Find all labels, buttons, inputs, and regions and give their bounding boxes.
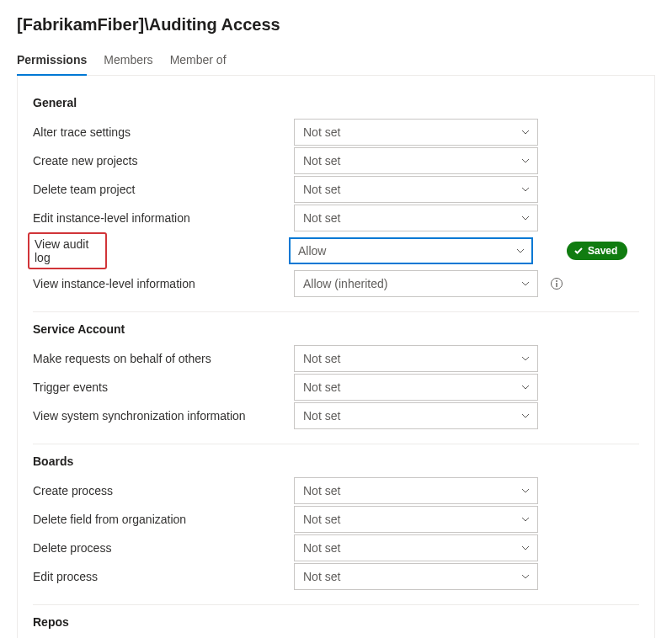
perm-dropdown-create-projects[interactable]: Not set [294, 147, 538, 174]
dropdown-value: Not set [303, 409, 340, 423]
section-divider [33, 604, 639, 605]
chevron-down-icon [520, 127, 531, 137]
perm-dropdown-create-process[interactable]: Not set [294, 477, 538, 504]
dropdown-value: Allow (inherited) [303, 277, 387, 290]
perm-row-delete-project: Delete team project Not set [33, 175, 639, 204]
dropdown-value: Not set [303, 380, 340, 394]
section-divider [33, 311, 639, 312]
perm-row-view-audit: View audit log Allow Saved [33, 232, 639, 269]
perm-row-delete-process: Delete process Not set [33, 534, 639, 562]
perm-dropdown-make-requests[interactable]: Not set [294, 345, 538, 372]
section-boards: Boards Create process Not set Delete fie… [33, 455, 639, 594]
dropdown-value: Not set [303, 211, 340, 225]
perm-label: Delete field from organization [33, 513, 285, 526]
perm-label: Delete team project [33, 183, 285, 196]
perm-dropdown-view-sync[interactable]: Not set [294, 402, 538, 429]
perm-label: Create new projects [33, 154, 285, 167]
perm-row-view-sync: View system synchronization information … [33, 401, 639, 430]
chevron-down-icon [520, 411, 531, 421]
tabs-bar: Permissions Members Member of [17, 46, 655, 76]
dropdown-value: Not set [303, 125, 340, 139]
perm-row-make-requests: Make requests on behalf of others Not se… [33, 344, 639, 373]
info-icon[interactable] [550, 277, 563, 290]
check-icon [573, 246, 584, 256]
dropdown-value: Not set [303, 183, 340, 196]
perm-dropdown-trigger-events[interactable]: Not set [294, 374, 538, 401]
perm-row-trigger-events: Trigger events Not set [33, 373, 639, 401]
chevron-down-icon [520, 572, 531, 582]
tab-permissions[interactable]: Permissions [17, 46, 87, 75]
perm-row-view-instance: View instance-level information Allow (i… [33, 269, 639, 298]
permissions-panel: General Alter trace settings Not set Cre… [17, 76, 655, 638]
section-title-repos: Repos [33, 615, 639, 629]
tab-members[interactable]: Members [104, 46, 152, 75]
perm-label: Make requests on behalf of others [33, 352, 285, 365]
section-repos: Repos Administer workspaces Not set [33, 615, 639, 638]
dropdown-value: Not set [303, 541, 340, 555]
section-title-service: Service Account [33, 322, 639, 336]
chevron-down-icon [520, 354, 531, 364]
status-badge-saved: Saved [567, 242, 627, 260]
chevron-down-icon [520, 486, 531, 496]
chevron-down-icon [520, 543, 531, 553]
perm-label: View system synchronization information [33, 409, 285, 423]
perm-dropdown-edit-instance[interactable]: Not set [294, 205, 538, 231]
perm-label: Alter trace settings [33, 125, 285, 139]
section-divider [33, 444, 639, 444]
perm-label-highlighted: View audit log [28, 232, 107, 269]
chevron-down-icon [520, 184, 531, 194]
perm-dropdown-edit-process[interactable]: Not set [294, 563, 538, 590]
section-general: General Alter trace settings Not set Cre… [33, 96, 639, 301]
perm-dropdown-delete-project[interactable]: Not set [294, 176, 538, 203]
perm-label: Delete process [33, 541, 285, 555]
dropdown-value: Allow [298, 244, 326, 258]
perm-dropdown-alter-trace[interactable]: Not set [294, 119, 538, 146]
perm-row-alter-trace: Alter trace settings Not set [33, 118, 639, 146]
perm-row-create-process: Create process Not set [33, 476, 639, 505]
section-title-boards: Boards [33, 455, 639, 468]
dropdown-value: Not set [303, 513, 340, 526]
perm-dropdown-view-audit[interactable]: Allow [289, 237, 533, 264]
perm-row-edit-instance: Edit instance-level information Not set [33, 204, 639, 232]
status-badge-label: Saved [588, 245, 617, 257]
dropdown-value: Not set [303, 570, 340, 583]
perm-row-delete-field: Delete field from organization Not set [33, 505, 639, 534]
chevron-down-icon [520, 382, 531, 392]
perm-dropdown-delete-process[interactable]: Not set [294, 534, 538, 561]
svg-point-1 [556, 280, 557, 282]
chevron-down-icon [520, 213, 531, 223]
chevron-down-icon [520, 514, 531, 524]
perm-label: Edit instance-level information [33, 211, 285, 225]
dropdown-value: Not set [303, 484, 340, 497]
perm-row-create-projects: Create new projects Not set [33, 146, 639, 175]
perm-label: View instance-level information [33, 277, 285, 290]
perm-label: Edit process [33, 570, 285, 583]
section-title-general: General [33, 96, 639, 109]
section-service-account: Service Account Make requests on behalf … [33, 322, 639, 433]
perm-row-edit-process: Edit process Not set [33, 562, 639, 591]
tab-member-of[interactable]: Member of [170, 46, 227, 75]
chevron-down-icon [515, 246, 525, 256]
svg-rect-2 [556, 283, 557, 287]
dropdown-value: Not set [303, 352, 340, 365]
chevron-down-icon [520, 279, 531, 289]
perm-dropdown-delete-field[interactable]: Not set [294, 506, 538, 533]
perm-dropdown-view-instance[interactable]: Allow (inherited) [294, 270, 538, 297]
chevron-down-icon [520, 156, 531, 166]
dropdown-value: Not set [303, 154, 340, 167]
perm-label: Create process [33, 484, 285, 497]
page-title: [FabrikamFiber]\Auditing Access [17, 15, 655, 35]
perm-label: Trigger events [33, 380, 285, 394]
